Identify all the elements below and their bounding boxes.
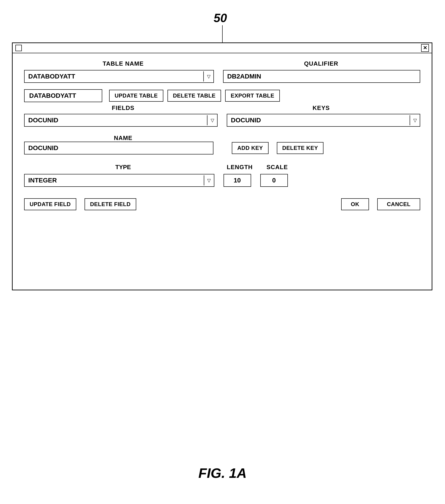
title-bar: ✕ xyxy=(13,43,432,53)
fields-keys-labels-row: FIELDS KEYS xyxy=(24,105,420,111)
qualifier-header: QUALIFIER xyxy=(222,60,420,67)
name-input[interactable] xyxy=(25,142,213,154)
update-table-button[interactable]: UPDATE TABLE xyxy=(109,90,163,102)
qualifier-input[interactable] xyxy=(223,70,420,83)
delete-field-button[interactable]: DELETE FIELD xyxy=(85,198,136,210)
length-input[interactable] xyxy=(224,174,251,187)
ok-button[interactable]: OK xyxy=(341,198,369,210)
header-labels-row: TABLE NAME QUALIFIER xyxy=(24,60,420,67)
table-name-dropdown-arrow[interactable]: ▽ xyxy=(203,71,213,81)
add-key-button[interactable]: ADD KEY xyxy=(232,142,269,154)
fields-dropdown-input[interactable] xyxy=(25,114,207,126)
figure-caption: FIG. 1A xyxy=(0,465,445,481)
fields-dropdown-arrow[interactable]: ▽ xyxy=(207,115,217,125)
delete-table-button[interactable]: DELETE TABLE xyxy=(168,90,221,102)
table-qualifier-row: ▽ xyxy=(24,70,420,83)
scale-label: SCALE xyxy=(267,164,288,171)
fields-keys-dropdowns-row: ▽ ▽ xyxy=(24,114,420,127)
dialog-window: ✕ TABLE NAME QUALIFIER ▽ xyxy=(12,42,432,290)
ref-number-label: 50 xyxy=(214,11,227,25)
keys-dropdown-input[interactable] xyxy=(227,114,410,126)
table-actions-row: DATABODYATT UPDATE TABLE DELETE TABLE EX… xyxy=(24,89,420,102)
page: 50 ✕ TABLE NAME QUALIFIER ▽ xyxy=(0,0,445,504)
keys-dropdown-arrow[interactable]: ▽ xyxy=(410,115,420,125)
delete-key-button[interactable]: DELETE KEY xyxy=(277,142,324,154)
length-label: LENGTH xyxy=(227,164,253,171)
name-label: NAME xyxy=(114,134,133,141)
table-name-label: TABLE NAME xyxy=(103,60,144,67)
title-bar-checkbox[interactable] xyxy=(15,45,22,51)
table-buttons-group: UPDATE TABLE DELETE TABLE EXPORT TABLE xyxy=(109,90,420,102)
length-scale-labels: LENGTH SCALE xyxy=(222,164,420,171)
type-input[interactable] xyxy=(25,174,204,186)
fields-label: FIELDS xyxy=(112,105,135,111)
name-keys-row: ADD KEY DELETE KEY xyxy=(24,142,420,154)
table-name-dropdown[interactable]: ▽ xyxy=(24,70,214,83)
type-length-scale-labels-row: TYPE LENGTH SCALE xyxy=(24,164,420,171)
close-button[interactable]: ✕ xyxy=(421,44,429,52)
type-label: TYPE xyxy=(24,164,222,171)
name-input-box[interactable] xyxy=(24,142,213,154)
name-label-row: NAME xyxy=(24,134,420,142)
dialog-content: TABLE NAME QUALIFIER ▽ DATABODYATT UPDAT… xyxy=(13,53,432,290)
fields-dropdown[interactable]: ▽ xyxy=(24,114,217,127)
cancel-button[interactable]: CANCEL xyxy=(377,198,420,210)
update-field-button[interactable]: UPDATE FIELD xyxy=(24,198,76,210)
keys-dropdown[interactable]: ▽ xyxy=(227,114,420,127)
key-buttons-group: ADD KEY DELETE KEY xyxy=(223,142,420,154)
table-name-header: TABLE NAME xyxy=(24,60,222,67)
type-dropdown[interactable]: ▽ xyxy=(24,174,214,187)
scale-input[interactable] xyxy=(260,174,288,187)
table-name-input[interactable] xyxy=(25,71,203,82)
type-dropdown-arrow[interactable]: ▽ xyxy=(204,175,214,185)
keys-label: KEYS xyxy=(313,105,330,111)
export-table-button[interactable]: EXPORT TABLE xyxy=(225,90,280,102)
selected-table-name: DATABODYATT xyxy=(24,89,102,102)
action-buttons-row: UPDATE FIELD DELETE FIELD OK CANCEL xyxy=(24,198,420,210)
type-inputs-row: ▽ xyxy=(24,174,420,187)
qualifier-label: QUALIFIER xyxy=(304,60,338,67)
